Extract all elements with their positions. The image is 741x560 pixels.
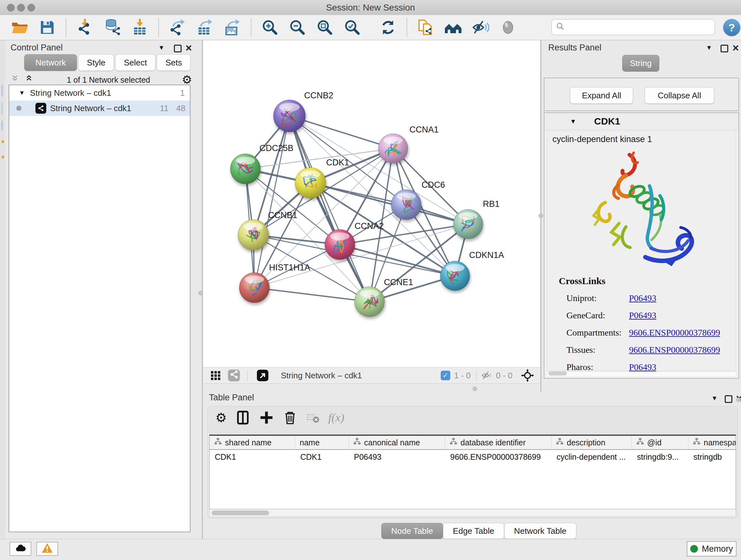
zoom-in-icon[interactable] bbox=[261, 18, 279, 37]
table-cell[interactable]: CDK1 bbox=[210, 450, 295, 464]
show-all-icon[interactable] bbox=[499, 18, 517, 37]
results-panel-close-icon[interactable]: ✕ bbox=[732, 43, 739, 53]
crosslink-value-link[interactable]: P06493 bbox=[629, 310, 657, 320]
control-panel-float-icon[interactable] bbox=[174, 45, 182, 52]
export-image-icon[interactable] bbox=[223, 18, 241, 37]
crosslink-value-link[interactable]: 9606.ENSP00000378699 bbox=[629, 327, 720, 338]
zoom-out-icon[interactable] bbox=[288, 18, 307, 37]
network-options-gear-icon[interactable]: ⚙ bbox=[182, 74, 192, 85]
network-node-HIST1H1A[interactable]: HIST1H1A bbox=[239, 263, 310, 303]
column-header-canonical-name[interactable]: canonical name bbox=[349, 436, 445, 449]
tab-style[interactable]: Style bbox=[78, 54, 114, 71]
delete-column-icon[interactable] bbox=[282, 410, 298, 425]
results-panel-float-icon[interactable] bbox=[721, 45, 728, 52]
export-table-icon[interactable] bbox=[196, 18, 214, 37]
control-panel-close-icon[interactable]: ✕ bbox=[185, 43, 192, 53]
tree-expander-icon[interactable]: ▼ bbox=[19, 89, 25, 97]
protein-section-header[interactable]: ▼ CDK1 bbox=[544, 113, 738, 130]
table-cell[interactable]: 9606.ENSP00000378699 bbox=[445, 450, 551, 464]
automation-cloud-button[interactable] bbox=[10, 542, 31, 556]
tab-network[interactable]: Network bbox=[24, 54, 77, 71]
copy-network-icon[interactable] bbox=[417, 18, 434, 37]
refresh-view-icon[interactable] bbox=[379, 18, 397, 37]
table-row[interactable]: CDK1CDK1P064939606.ENSP00000378699cyclin… bbox=[210, 450, 736, 464]
tab-select[interactable]: Select bbox=[115, 54, 155, 71]
help-button[interactable]: ? bbox=[723, 19, 740, 36]
warnings-button[interactable] bbox=[37, 542, 58, 556]
collapse-all-networks-icon[interactable] bbox=[11, 74, 21, 85]
network-edge[interactable] bbox=[340, 245, 455, 276]
splitter-handle[interactable] bbox=[473, 387, 477, 391]
tab-node-table[interactable]: Node Table bbox=[381, 523, 443, 539]
protein-expander-icon[interactable]: ▼ bbox=[570, 118, 576, 125]
tab-sets[interactable]: Sets bbox=[157, 54, 191, 71]
import-table-icon[interactable] bbox=[131, 18, 149, 37]
selected-checkbox-icon[interactable]: ✓ bbox=[441, 371, 450, 380]
crosshair-icon[interactable] bbox=[521, 369, 534, 382]
network-node-CCNB1[interactable]: CCNB1 bbox=[238, 210, 297, 250]
network-node-CCNA1[interactable]: CCNA1 bbox=[379, 125, 439, 163]
first-neighbors-icon[interactable] bbox=[444, 18, 462, 37]
column-header-database-identifier[interactable]: database identifier bbox=[445, 436, 551, 449]
network-node-CDK1[interactable]: CDK1 bbox=[295, 158, 349, 198]
column-header-name[interactable]: name bbox=[295, 436, 349, 449]
network-edge[interactable] bbox=[289, 116, 393, 148]
tab-string[interactable]: String bbox=[622, 55, 659, 71]
tab-edge-table[interactable]: Edge Table bbox=[443, 523, 504, 539]
table-cell[interactable]: stringdb bbox=[688, 450, 736, 464]
hide-selected-icon[interactable] bbox=[472, 18, 489, 37]
network-collection-row[interactable]: ▼ String Network – cdk1 1 bbox=[9, 85, 190, 101]
splitter-handle[interactable] bbox=[539, 213, 543, 218]
network-node-CCNE1[interactable]: CCNE1 bbox=[354, 277, 413, 317]
network-node-RB1[interactable]: RB1 bbox=[454, 199, 500, 239]
import-network-database-icon[interactable] bbox=[104, 18, 121, 37]
table-scrollbar-track[interactable] bbox=[209, 509, 736, 517]
add-column-icon[interactable] bbox=[259, 410, 274, 425]
network-row[interactable]: String Network – cdk1 11 48 bbox=[9, 101, 190, 116]
control-panel-collapse-icon[interactable]: ▼ bbox=[158, 44, 165, 51]
table-cell[interactable]: CDK1 bbox=[295, 450, 349, 464]
crosslink-label: Pharos: bbox=[566, 362, 629, 372]
splitter-handle[interactable] bbox=[199, 291, 203, 295]
table-panel-float-icon[interactable] bbox=[725, 395, 732, 403]
hidden-items-icon[interactable] bbox=[481, 370, 493, 381]
memory-button[interactable]: Memory bbox=[687, 541, 737, 557]
table-panel-collapse-icon[interactable]: ▼ bbox=[711, 395, 718, 402]
splitter-handle[interactable] bbox=[736, 397, 741, 402]
table-cell[interactable]: stringdb:9... bbox=[632, 450, 688, 464]
show-columns-icon[interactable] bbox=[235, 410, 251, 425]
birdseye-view-icon[interactable] bbox=[256, 369, 269, 382]
collapse-all-button[interactable]: Collapse All bbox=[645, 87, 714, 104]
grid-view-icon[interactable] bbox=[210, 369, 222, 381]
crosslink-value-link[interactable]: P06493 bbox=[629, 293, 657, 303]
zoom-fit-icon[interactable] bbox=[316, 18, 334, 37]
network-canvas[interactable]: CCNB2 CCNA1 CDC25B CDK1 CDC6 RB1 CCNB1 C… bbox=[203, 40, 540, 367]
column-header-namespace[interactable]: namespace bbox=[688, 436, 736, 449]
crosslink-value-link[interactable]: P06493 bbox=[629, 362, 657, 372]
column-header-shared-name[interactable]: shared name bbox=[210, 436, 295, 449]
network-node-CDKN1A[interactable]: CDKN1A bbox=[441, 250, 504, 291]
results-panel-collapse-icon[interactable]: ▼ bbox=[706, 44, 712, 51]
search-input[interactable] bbox=[568, 22, 710, 33]
import-network-file-icon[interactable] bbox=[76, 18, 94, 37]
tab-network-table[interactable]: Network Table bbox=[504, 523, 576, 539]
column-header--id[interactable]: @id bbox=[632, 436, 688, 449]
save-session-icon[interactable] bbox=[38, 18, 56, 37]
zoom-selected-icon[interactable] bbox=[343, 18, 361, 37]
table-cell[interactable]: cyclin-dependent ... bbox=[551, 450, 632, 464]
table-cell[interactable]: P06493 bbox=[349, 450, 445, 464]
network-edge[interactable] bbox=[254, 116, 289, 288]
network-node-CCNB2[interactable]: CCNB2 bbox=[273, 91, 333, 132]
network-edge[interactable] bbox=[254, 288, 369, 302]
open-session-icon[interactable] bbox=[11, 18, 29, 37]
results-scrollbar-track[interactable] bbox=[547, 371, 736, 376]
column-header-description[interactable]: description bbox=[551, 436, 632, 449]
table-settings-icon[interactable]: ⚙ bbox=[215, 411, 227, 424]
results-scrollbar-thumb[interactable] bbox=[548, 372, 567, 375]
export-network-icon[interactable] bbox=[169, 18, 186, 37]
expand-all-networks-icon[interactable] bbox=[25, 74, 35, 85]
table-scrollbar-thumb[interactable] bbox=[212, 510, 269, 515]
crosslink-value-link[interactable]: 9606.ENSP00000378699 bbox=[629, 345, 720, 355]
expand-all-button[interactable]: Expand All bbox=[570, 87, 633, 104]
network-overview-icon[interactable] bbox=[227, 369, 240, 382]
